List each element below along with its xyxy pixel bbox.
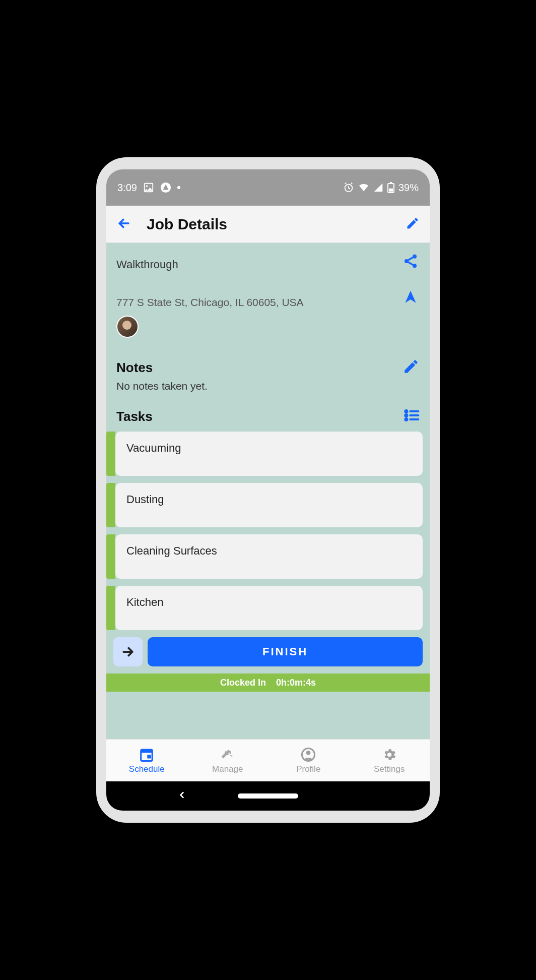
task-label: Cleaning Surfaces (115, 534, 423, 579)
tasks-heading: Tasks (116, 409, 153, 424)
svg-point-10 (405, 410, 407, 412)
svg-rect-17 (141, 750, 153, 753)
app-badge-icon (160, 182, 171, 193)
share-button[interactable] (403, 253, 419, 271)
task-complete-handle[interactable] (106, 483, 115, 527)
finish-row: FINISH (106, 630, 430, 666)
job-address[interactable]: 777 S State St, Chicago, IL 60605, USA (116, 296, 420, 309)
app-header: Job Details (106, 206, 430, 243)
clock-elapsed: 0h:0m:4s (276, 678, 316, 688)
assignee-avatar[interactable] (116, 316, 139, 338)
phone-screen: 3:09 (106, 169, 430, 811)
image-icon (143, 182, 154, 193)
edit-job-button[interactable] (406, 216, 420, 232)
task-row[interactable]: Cleaning Surfaces (106, 534, 423, 579)
task-row[interactable]: Dusting (106, 483, 423, 527)
android-home-pill[interactable] (238, 793, 298, 799)
task-complete-handle[interactable] (106, 432, 115, 476)
svg-rect-5 (390, 182, 392, 183)
svg-rect-6 (389, 189, 393, 192)
back-button[interactable] (116, 216, 131, 233)
page-title: Job Details (147, 216, 227, 233)
job-summary: Walkthrough 777 S State St, Chicago, IL … (106, 243, 430, 338)
phone-frame: 3:09 (96, 157, 440, 823)
finish-button[interactable]: FINISH (148, 637, 423, 666)
tab-label: Schedule (129, 764, 165, 774)
svg-point-7 (413, 255, 417, 259)
clock-status: Clocked In (220, 678, 266, 688)
android-nav-bar (106, 781, 430, 811)
tab-profile[interactable]: Profile (268, 740, 349, 781)
task-label: Vacuuming (115, 432, 423, 476)
battery-percent: 39% (398, 182, 419, 194)
tab-schedule[interactable]: Schedule (106, 740, 187, 781)
tab-settings[interactable]: Settings (349, 740, 430, 781)
svg-point-1 (146, 185, 148, 187)
status-left: 3:09 (117, 182, 180, 194)
profile-icon (301, 747, 316, 762)
edit-notes-button[interactable] (403, 358, 420, 377)
tab-label: Manage (212, 764, 243, 774)
tasks-list: Vacuuming Dusting Cleaning Surfaces Kitc… (106, 425, 430, 630)
tools-icon (220, 747, 235, 762)
tab-manage[interactable]: Manage (187, 740, 269, 781)
slide-to-finish-handle[interactable] (113, 637, 143, 666)
task-label: Kitchen (115, 586, 423, 630)
task-complete-handle[interactable] (106, 586, 115, 630)
bottom-tab-bar: Schedule Manage Profile Settings (106, 739, 430, 781)
task-row[interactable]: Kitchen (106, 586, 423, 630)
svg-point-14 (405, 418, 407, 420)
svg-point-9 (413, 264, 417, 268)
navigate-button[interactable] (403, 289, 419, 308)
content-scroll[interactable]: Walkthrough 777 S State St, Chicago, IL … (106, 243, 430, 739)
notes-header: Notes (106, 358, 430, 377)
finish-label: FINISH (262, 645, 308, 658)
job-name: Walkthrough (116, 258, 420, 271)
tasks-list-button[interactable] (404, 407, 420, 425)
task-label: Dusting (115, 483, 423, 527)
battery-icon (387, 182, 394, 193)
cell-signal-icon (373, 182, 383, 193)
svg-point-8 (405, 259, 409, 263)
svg-point-20 (306, 750, 311, 755)
status-time: 3:09 (117, 182, 137, 194)
android-back-button[interactable] (177, 790, 187, 802)
android-status-bar: 3:09 (106, 169, 430, 206)
tab-label: Profile (296, 764, 320, 774)
wifi-icon (358, 182, 369, 193)
tab-label: Settings (374, 764, 405, 774)
gear-icon (382, 747, 397, 762)
tasks-header: Tasks (106, 407, 430, 425)
svg-rect-18 (148, 755, 152, 759)
alarm-icon (343, 182, 354, 193)
status-right: 39% (343, 182, 419, 194)
clock-status-bar[interactable]: Clocked In 0h:0m:4s (106, 673, 430, 692)
task-complete-handle[interactable] (106, 534, 115, 579)
calendar-icon (139, 747, 154, 762)
svg-point-12 (405, 414, 407, 416)
notes-heading: Notes (116, 360, 153, 376)
task-row[interactable]: Vacuuming (106, 432, 423, 476)
notes-body: No notes taken yet. (106, 377, 430, 392)
more-notifications-dot (177, 186, 180, 189)
